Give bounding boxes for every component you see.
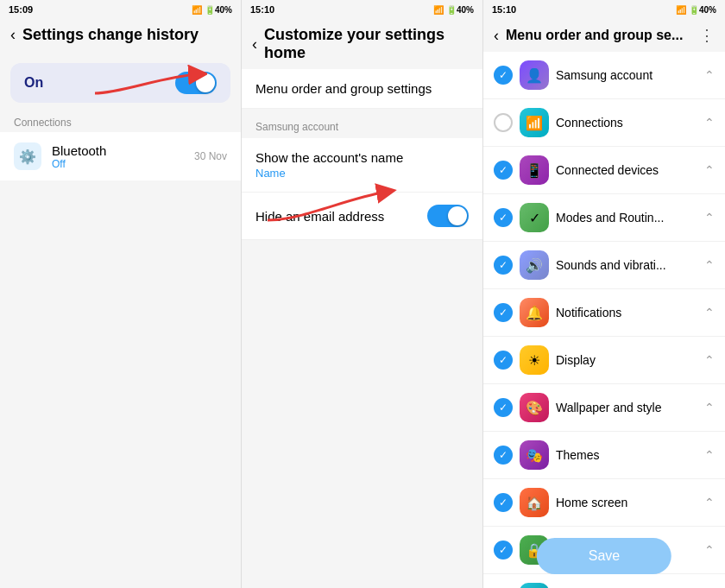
menu-icon-box: 👤 xyxy=(520,60,549,90)
menu-item-label: Wallpaper and style xyxy=(556,401,697,414)
menu-item-row[interactable]: ✓☀Display⌃ xyxy=(483,337,725,384)
chevron-updown-icon[interactable]: ⌃ xyxy=(704,401,715,414)
status-bar-2: 15:10 📶 🔋40% xyxy=(242,0,482,19)
menu-icon-box: 📶 xyxy=(520,108,549,137)
menu-item-row[interactable]: ✓🔔Notifications⌃ xyxy=(483,289,725,337)
panel-1: 15:09 📶 🔋40% ‹ Settings change history O… xyxy=(0,0,242,588)
menu-item-label: Display xyxy=(556,353,697,367)
menu-item-label: Samsung account xyxy=(556,68,697,82)
menu-item-label: Themes xyxy=(556,448,697,462)
bluetooth-sub: Off xyxy=(52,158,184,170)
samsung-account-section: Samsung account xyxy=(242,109,482,138)
status-icons-2: 📶 🔋40% xyxy=(433,5,474,15)
check-circle xyxy=(494,113,513,132)
connections-section-label: Connections xyxy=(0,106,241,132)
menu-item-label: Home screen xyxy=(556,496,697,509)
show-name-sub: Name xyxy=(255,167,469,180)
bluetooth-icon: ⚙️ xyxy=(14,142,41,170)
chevron-updown-icon[interactable]: ⌃ xyxy=(704,68,715,82)
hide-email-row[interactable]: Hide an email address xyxy=(242,193,482,240)
time-3: 15:10 xyxy=(492,4,516,15)
chevron-updown-icon[interactable]: ⌃ xyxy=(704,116,715,130)
menu-icon-box: ☀ xyxy=(520,345,549,375)
save-button[interactable]: Save xyxy=(537,538,671,574)
show-name-left: Show the account's name Name xyxy=(255,150,469,180)
menu-item-row[interactable]: ✓⚙...⌃ xyxy=(483,574,725,588)
panel-3: 15:10 📶 🔋40% ‹ Menu order and group se..… xyxy=(483,0,725,588)
status-bar-1: 15:09 📶 🔋40% xyxy=(0,0,241,19)
menu-order-row[interactable]: Menu order and group settings xyxy=(242,69,482,109)
chevron-updown-icon[interactable]: ⌃ xyxy=(704,163,715,177)
panel-2: 15:10 📶 🔋40% ‹ Customize your settings h… xyxy=(242,0,483,588)
hide-email-toggle[interactable] xyxy=(427,205,469,227)
bluetooth-text: Bluetooth Off xyxy=(52,143,184,170)
check-circle: ✓ xyxy=(494,208,513,227)
back-arrow-2[interactable]: ‹ xyxy=(252,35,257,54)
chevron-updown-icon[interactable]: ⌃ xyxy=(704,306,715,319)
bluetooth-date: 30 Nov xyxy=(194,150,227,162)
menu-item-label: Connections xyxy=(556,116,697,130)
check-circle: ✓ xyxy=(494,351,513,370)
chevron-updown-icon[interactable]: ⌃ xyxy=(704,258,715,272)
back-arrow-3[interactable]: ‹ xyxy=(494,27,499,45)
panel2-title: Customize your settings home xyxy=(264,26,472,62)
panel3-title: Menu order and group se... xyxy=(506,28,683,43)
time-2: 15:10 xyxy=(250,4,274,15)
top-bar-2: ‹ Customize your settings home xyxy=(242,19,482,69)
bluetooth-label: Bluetooth xyxy=(52,143,184,158)
on-label: On xyxy=(24,75,43,91)
menu-item-row[interactable]: ✓📱Connected devices⌃ xyxy=(483,147,725,194)
hide-email-knob xyxy=(448,206,467,225)
check-circle: ✓ xyxy=(494,256,513,275)
menu-icon-box: 📱 xyxy=(520,155,549,185)
check-circle: ✓ xyxy=(494,161,513,180)
status-icons-1: 📶 🔋40% xyxy=(192,5,232,15)
hide-email-left: Hide an email address xyxy=(255,209,427,224)
menu-icon-box: 🏠 xyxy=(520,488,549,517)
menu-item-row[interactable]: ✓🏠Home screen⌃ xyxy=(483,479,725,527)
menu-item-label: Sounds and vibrati... xyxy=(556,258,697,272)
hide-email-title: Hide an email address xyxy=(255,209,427,224)
check-circle: ✓ xyxy=(494,66,513,85)
menu-icon-box: ⚙ xyxy=(520,583,549,588)
check-circle: ✓ xyxy=(494,446,513,465)
check-circle: ✓ xyxy=(494,398,513,417)
panel1-title: Settings change history xyxy=(22,26,199,44)
check-circle: ✓ xyxy=(494,303,513,322)
more-options-icon[interactable]: ⋮ xyxy=(699,26,715,45)
chevron-updown-icon[interactable]: ⌃ xyxy=(704,448,715,462)
check-circle: ✓ xyxy=(494,541,513,560)
panel2-content: Menu order and group settings Samsung ac… xyxy=(242,69,482,240)
red-arrow-1 xyxy=(86,59,207,102)
top-bar-1: ‹ Settings change history xyxy=(0,19,241,51)
panel1-content: On Connections ⚙️ Bluetooth Off 30 Nov xyxy=(0,51,241,588)
menu-icon-box: 🎨 xyxy=(520,393,549,422)
menu-icon-box: 🔊 xyxy=(520,250,549,280)
menu-item-row[interactable]: 📶Connections⌃ xyxy=(483,99,725,147)
show-name-row[interactable]: Show the account's name Name xyxy=(242,138,482,193)
time-1: 15:09 xyxy=(9,4,33,15)
panel3-top-bar: ‹ Menu order and group se... ⋮ xyxy=(483,19,725,52)
chevron-updown-icon[interactable]: ⌃ xyxy=(704,543,715,557)
chevron-updown-icon[interactable]: ⌃ xyxy=(704,353,715,367)
panel3-top-left: ‹ Menu order and group se... xyxy=(494,27,683,45)
menu-item-row[interactable]: ✓🔊Sounds and vibrati...⌃ xyxy=(483,242,725,289)
status-bar-3: 15:10 📶 🔋40% xyxy=(483,0,725,19)
back-arrow-1[interactable]: ‹ xyxy=(10,26,16,44)
menu-items-list: ✓👤Samsung account⌃📶Connections⌃✓📱Connect… xyxy=(483,52,725,588)
menu-item-row[interactable]: ✓✓Modes and Routin...⌃ xyxy=(483,194,725,242)
menu-item-row[interactable]: ✓🎭Themes⌃ xyxy=(483,432,725,479)
menu-icon-box: 🎭 xyxy=(520,440,549,470)
check-circle: ✓ xyxy=(494,493,513,512)
show-name-title: Show the account's name xyxy=(255,150,469,165)
menu-item-row[interactable]: ✓👤Samsung account⌃ xyxy=(483,52,725,99)
menu-item-row[interactable]: ✓🎨Wallpaper and style⌃ xyxy=(483,384,725,432)
bluetooth-item[interactable]: ⚙️ Bluetooth Off 30 Nov xyxy=(0,132,241,180)
chevron-updown-icon[interactable]: ⌃ xyxy=(704,496,715,509)
menu-order-label: Menu order and group settings xyxy=(255,81,432,96)
chevron-updown-icon[interactable]: ⌃ xyxy=(704,211,715,224)
menu-item-label: Connected devices xyxy=(556,163,697,177)
menu-item-label: Notifications xyxy=(556,306,697,319)
menu-icon-box: 🔔 xyxy=(520,298,549,327)
menu-item-label: Modes and Routin... xyxy=(556,211,697,224)
